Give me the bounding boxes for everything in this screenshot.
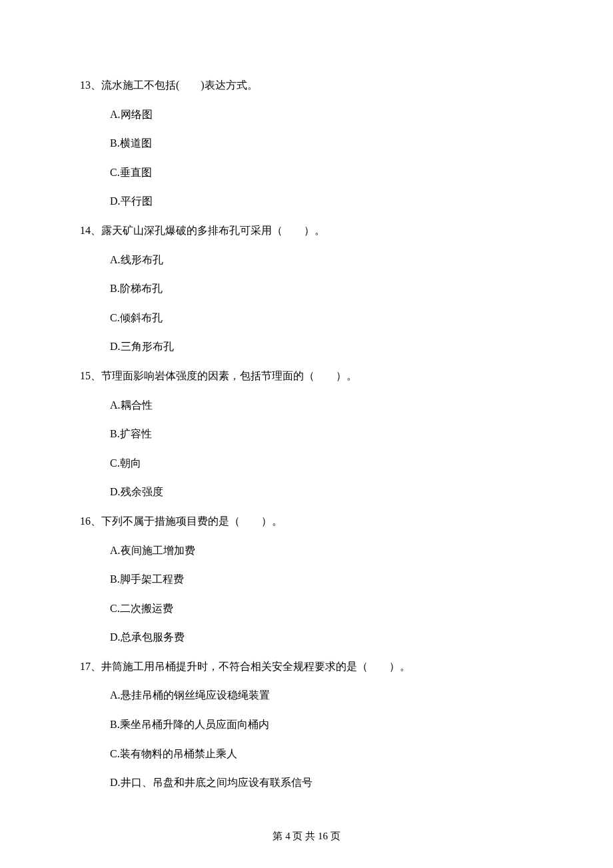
option-c: C.二次搬运费 [110,600,533,617]
question-number: 15、 [80,370,101,381]
question-text: 15、节理面影响岩体强度的因素，包括节理面的（ ）。 [80,367,533,385]
question-17: 17、井筒施工用吊桶提升时，不符合相关安全规程要求的是（ ）。 A.悬挂吊桶的钢… [80,658,533,791]
question-text: 16、下列不属于措施项目费的是（ ）。 [80,513,533,530]
option-a: A.悬挂吊桶的钢丝绳应设稳绳装置 [110,687,533,704]
question-14: 14、露天矿山深孔爆破的多排布孔可采用（ ）。 A.线形布孔 B.阶梯布孔 C.… [80,222,533,355]
option-a: A.网络图 [110,106,533,123]
question-body: 节理面影响岩体强度的因素，包括节理面的（ ）。 [101,370,357,381]
question-text: 14、露天矿山深孔爆破的多排布孔可采用（ ）。 [80,222,533,239]
question-13: 13、流水施工不包括( )表达方式。 A.网络图 B.横道图 C.垂直图 D.平… [80,77,533,210]
question-options: A.夜间施工增加费 B.脚手架工程费 C.二次搬运费 D.总承包服务费 [80,542,533,646]
option-c: C.朝向 [110,455,533,472]
question-16: 16、下列不属于措施项目费的是（ ）。 A.夜间施工增加费 B.脚手架工程费 C… [80,513,533,646]
option-d: D.总承包服务费 [110,629,533,646]
question-body: 井筒施工用吊桶提升时，不符合相关安全规程要求的是（ ）。 [101,661,410,672]
question-number: 16、 [80,515,101,527]
option-c: C.倾斜布孔 [110,309,533,327]
question-body: 下列不属于措施项目费的是（ ）。 [101,515,283,527]
page-content: 13、流水施工不包括( )表达方式。 A.网络图 B.横道图 C.垂直图 D.平… [0,0,613,837]
option-c: C.垂直图 [110,164,533,181]
question-options: A.悬挂吊桶的钢丝绳应设稳绳装置 B.乘坐吊桶升降的人员应面向桶内 C.装有物料… [80,687,533,791]
option-d: D.井口、吊盘和井底之间均应设有联系信号 [110,774,533,791]
question-number: 14、 [80,225,101,236]
option-a: A.耦合性 [110,397,533,414]
question-body: 流水施工不包括( )表达方式。 [101,79,258,91]
option-d: D.三角形布孔 [110,338,533,355]
question-body: 露天矿山深孔爆破的多排布孔可采用（ ）。 [101,225,325,236]
option-b: B.扩容性 [110,425,533,443]
option-b: B.脚手架工程费 [110,571,533,588]
question-number: 17、 [80,661,101,672]
option-a: A.夜间施工增加费 [110,542,533,559]
option-b: B.乘坐吊桶升降的人员应面向桶内 [110,716,533,733]
option-c: C.装有物料的吊桶禁止乘人 [110,745,533,763]
question-options: A.网络图 B.横道图 C.垂直图 D.平行图 [80,106,533,210]
question-text: 13、流水施工不包括( )表达方式。 [80,77,533,94]
question-options: A.耦合性 B.扩容性 C.朝向 D.残余强度 [80,397,533,501]
question-text: 17、井筒施工用吊桶提升时，不符合相关安全规程要求的是（ ）。 [80,658,533,675]
question-15: 15、节理面影响岩体强度的因素，包括节理面的（ ）。 A.耦合性 B.扩容性 C… [80,367,533,501]
question-options: A.线形布孔 B.阶梯布孔 C.倾斜布孔 D.三角形布孔 [80,251,533,355]
question-number: 13、 [80,79,101,91]
option-a: A.线形布孔 [110,251,533,269]
option-b: B.横道图 [110,135,533,152]
page-footer: 第 4 页 共 16 页 [0,828,613,844]
option-d: D.残余强度 [110,483,533,501]
option-d: D.平行图 [110,193,533,210]
option-b: B.阶梯布孔 [110,280,533,297]
